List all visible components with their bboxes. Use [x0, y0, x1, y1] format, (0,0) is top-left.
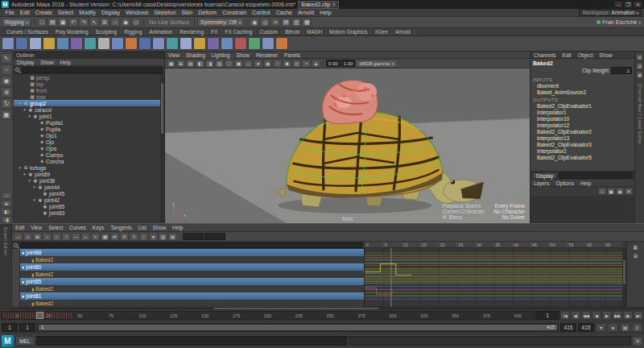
- graph-editor-menu-item[interactable]: Show: [150, 225, 169, 230]
- character-set-menu[interactable]: ▾: [596, 323, 606, 332]
- ik-handle-icon[interactable]: [15, 37, 28, 50]
- track-visibility-icon[interactable]: ·: [12, 249, 20, 256]
- graph-track-row[interactable]: · ● joint81: [12, 292, 364, 300]
- maximize-button[interactable]: ❐: [624, 1, 633, 8]
- menu-item[interactable]: Create: [32, 10, 55, 15]
- outliner-item[interactable]: ◈ Ojo1: [14, 132, 164, 139]
- graph-track-row[interactable]: · ▮ Baked2: [12, 285, 364, 292]
- play-backwards-button[interactable]: ◀: [592, 311, 601, 320]
- auto-keyframe-icon[interactable]: ●: [608, 323, 618, 332]
- menuset-selector[interactable]: Rigging ▾: [2, 18, 31, 27]
- rotate-tool[interactable]: ↻: [1, 98, 12, 109]
- use-all-lights-icon[interactable]: ○: [273, 60, 282, 68]
- paint-select-tool[interactable]: ◉: [1, 76, 12, 86]
- step-back-frame-button[interactable]: ◀|: [571, 311, 580, 320]
- stat-value-field[interactable]: [204, 233, 225, 240]
- track-visibility-icon[interactable]: ·: [12, 285, 20, 292]
- save-scene-icon[interactable]: ▣: [58, 18, 68, 27]
- shelf-tab[interactable]: Animation: [146, 29, 176, 35]
- outliner-item[interactable]: ▾ ◉ joint42: [14, 197, 164, 203]
- layer-editor-menu-item[interactable]: Options: [553, 180, 577, 186]
- unbind-skin-icon[interactable]: [84, 37, 97, 50]
- snap-to-grid-icon[interactable]: ⊞: [100, 18, 109, 27]
- close-button[interactable]: ✕: [634, 1, 642, 8]
- buffer-curve-snapshot-icon[interactable]: ▦: [101, 233, 109, 241]
- user-account[interactable]: Fran Escriche ▾: [597, 19, 642, 25]
- move-tool[interactable]: ⊕: [1, 87, 12, 97]
- mirror-skin-weights-icon[interactable]: [111, 37, 124, 50]
- plateau-tangent-icon[interactable]: ≈: [91, 233, 100, 241]
- graph-editor-menu-item[interactable]: Edit: [12, 225, 27, 230]
- delete-layer-icon[interactable]: ✕: [625, 188, 633, 195]
- grid-toggle-icon[interactable]: ⊞: [176, 60, 185, 68]
- tool-settings-toggle-icon[interactable]: ▥: [291, 18, 301, 27]
- playback-end-field[interactable]: 415: [578, 323, 594, 332]
- menu-item[interactable]: Skin: [179, 10, 196, 15]
- step-tangent-icon[interactable]: ⌐: [81, 233, 90, 241]
- viewport-menu-item[interactable]: Renderer: [253, 52, 281, 58]
- outliner-menu-item[interactable]: Display: [14, 60, 37, 65]
- shelf-tab[interactable]: MASH: [303, 29, 326, 35]
- track-visibility-icon[interactable]: ·: [12, 300, 20, 307]
- graph-editor-menu-item[interactable]: Tangents: [107, 225, 134, 230]
- unify-tangent-icon[interactable]: Y: [130, 233, 138, 241]
- track-visibility-icon[interactable]: ·: [12, 263, 20, 271]
- channel-box-output-item[interactable]: Interpolator10: [530, 116, 634, 122]
- outliner-item[interactable]: ▦ top: [14, 81, 164, 87]
- go-to-start-button[interactable]: |◀: [560, 311, 570, 320]
- menu-item[interactable]: Edit: [17, 10, 32, 15]
- channel-box-output-item[interactable]: Baked2_ClipEvaluator1: [530, 103, 634, 110]
- channel-box-input-item[interactable]: dbonnent: [530, 83, 634, 89]
- graph-vertical-scrollbar[interactable]: [622, 248, 626, 307]
- graph-editor-menu-item[interactable]: Help: [169, 225, 186, 230]
- graph-outliner-search-input[interactable]: [20, 242, 362, 248]
- title-bar[interactable]: M Autodesk Maya 2018 - Student Version: …: [0, 0, 644, 9]
- graph-track-row[interactable]: · ▮ Baked2: [12, 271, 364, 278]
- shelf-tab[interactable]: Rendering: [176, 29, 208, 35]
- safe-title-icon[interactable]: ▣: [234, 60, 243, 68]
- graph-track-row[interactable]: · ● joint85: [12, 278, 364, 285]
- outliner-item[interactable]: ▾ ◉ joint44: [14, 184, 164, 190]
- pose-editor-icon[interactable]: [262, 37, 275, 50]
- motion-blur-icon[interactable]: ≈: [302, 60, 311, 68]
- color-management-dropdown[interactable]: sRGB gamma ▾: [356, 60, 397, 68]
- graph-track-row[interactable]: · ▮ Baked2: [12, 300, 364, 307]
- outliner-scrollbar[interactable]: [160, 74, 164, 223]
- step-forward-frame-button[interactable]: |▶: [623, 311, 633, 320]
- playback-start-field[interactable]: 1: [2, 323, 18, 332]
- time-snap-icon[interactable]: ▥: [159, 233, 167, 241]
- lock-tangent-weight-icon[interactable]: ●: [149, 233, 158, 241]
- expand-arrow-icon[interactable]: ▾: [17, 101, 23, 106]
- resolution-gate-icon[interactable]: ◧: [196, 60, 204, 68]
- channel-box-menu-item[interactable]: Edit: [559, 52, 574, 58]
- clamped-tangent-icon[interactable]: ∩: [52, 233, 61, 241]
- clip-document-tab[interactable]: Baked2.clip X: [298, 1, 339, 9]
- linear-tangent-icon[interactable]: /: [62, 233, 71, 241]
- exposure-field[interactable]: 0.00: [326, 60, 341, 67]
- screen-space-ao-icon[interactable]: ◎: [292, 60, 301, 68]
- menu-item[interactable]: Deform: [196, 10, 220, 15]
- animation-end-field[interactable]: 415: [560, 323, 576, 332]
- value-snap-icon[interactable]: ▤: [168, 233, 177, 241]
- expand-arrow-icon[interactable]: ▾: [31, 184, 37, 189]
- shelf-tab[interactable]: Curves / Surfaces: [3, 29, 52, 35]
- channel-box-output-item[interactable]: Baked2_ClipEvaluator3: [530, 142, 634, 148]
- viewport-menu-item[interactable]: View: [165, 52, 183, 58]
- channel-box-output-item[interactable]: Baked2_ClipEvaluator5: [530, 155, 634, 161]
- channel-box-output-item[interactable]: Interpolator13: [530, 135, 634, 142]
- expand-arrow-icon[interactable]: ▾: [22, 172, 27, 176]
- current-frame-field[interactable]: 1: [535, 311, 559, 320]
- channel-box-menu-item[interactable]: Show: [596, 52, 615, 58]
- graph-track-row[interactable]: · ▮ Baked2: [12, 256, 364, 263]
- graph-track-row[interactable]: · ● joint80: [12, 263, 364, 271]
- layer-editor-menu-item[interactable]: Layers: [530, 180, 553, 186]
- outliner-item[interactable]: ◈ Pupila: [14, 126, 164, 132]
- insert-keys-icon[interactable]: +: [23, 233, 32, 241]
- menu-item[interactable]: Help: [317, 10, 334, 15]
- current-time-marker[interactable]: [36, 312, 43, 319]
- shelf-tab[interactable]: Bifrost: [282, 29, 303, 35]
- track-visibility-icon[interactable]: ·: [12, 278, 20, 285]
- menu-item[interactable]: Select: [55, 10, 76, 15]
- shelf-tab[interactable]: FX: [208, 29, 221, 35]
- cluster-icon[interactable]: [152, 37, 165, 50]
